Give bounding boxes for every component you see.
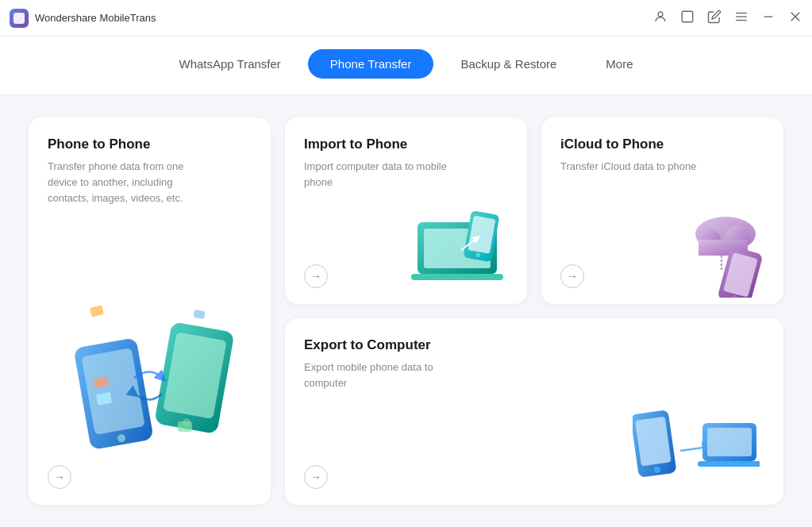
svg-rect-21 <box>411 274 503 280</box>
card-export-desc: Export mobile phone data to computer <box>304 360 447 391</box>
app-logo <box>10 9 29 28</box>
svg-rect-18 <box>178 421 192 432</box>
card-export-title: Export to Computer <box>304 337 764 353</box>
minimize-icon[interactable] <box>761 10 775 26</box>
app-title: Wondershare MobileTrans <box>35 12 156 24</box>
svg-rect-16 <box>89 305 104 317</box>
card-icloud-to-phone[interactable]: iCloud to Phone Transfer iCloud data to … <box>541 117 783 304</box>
card-export-arrow[interactable]: → <box>304 465 328 489</box>
edit-icon[interactable] <box>707 10 722 26</box>
card-import-to-phone[interactable]: Import to Phone Import computer data to … <box>285 117 527 304</box>
card-export-to-computer[interactable]: Export to Computer Export mobile phone d… <box>285 318 783 505</box>
tab-backup[interactable]: Backup & Restore <box>438 49 579 79</box>
card-phone-to-phone-desc: Transfer phone data from one device to a… <box>48 159 190 206</box>
card-import-title: Import to Phone <box>304 137 508 152</box>
tab-phone[interactable]: Phone Transfer <box>308 49 434 79</box>
svg-rect-34 <box>635 417 672 467</box>
titlebar: Wondershare MobileTrans <box>0 0 812 37</box>
card-icloud-arrow[interactable]: → <box>560 264 584 288</box>
tab-whatsapp[interactable]: WhatsApp Transfer <box>156 49 302 79</box>
tab-more[interactable]: More <box>583 49 655 79</box>
svg-rect-1 <box>682 11 693 22</box>
titlebar-controls <box>653 10 802 26</box>
main-content: Phone to Phone Transfer phone data from … <box>0 95 812 527</box>
window-icon[interactable] <box>680 10 695 26</box>
svg-point-0 <box>658 12 663 17</box>
svg-rect-38 <box>698 461 760 467</box>
card-phone-to-phone-title: Phone to Phone <box>48 137 252 152</box>
nav-bar: WhatsApp Transfer Phone Transfer Backup … <box>0 37 812 95</box>
svg-rect-37 <box>707 428 752 456</box>
card-import-desc: Import computer data to mobile phone <box>304 159 447 190</box>
svg-rect-17 <box>193 310 206 319</box>
card-phone-to-phone[interactable]: Phone to Phone Transfer phone data from … <box>29 117 271 505</box>
menu-icon[interactable] <box>734 10 749 26</box>
titlebar-left: Wondershare MobileTrans <box>10 9 156 28</box>
user-icon[interactable] <box>653 10 668 26</box>
card-phone-to-phone-arrow[interactable]: → <box>48 465 71 489</box>
card-import-arrow[interactable]: → <box>304 264 328 288</box>
card-icloud-title: iCloud to Phone <box>560 137 764 152</box>
card-icloud-desc: Transfer iCloud data to phone <box>560 159 703 175</box>
close-icon[interactable] <box>788 10 802 26</box>
